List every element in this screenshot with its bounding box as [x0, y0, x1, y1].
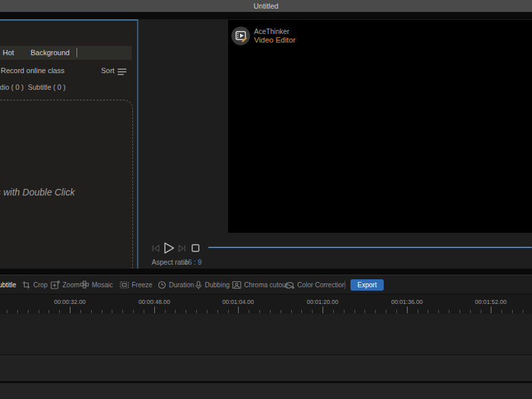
ruler-tick [228, 310, 229, 313]
sort-button[interactable]: Sort [101, 66, 114, 74]
timeline-ruler[interactable]: 00:00:32.00 00:00:48.00 00:01:04.00 00:0… [0, 294, 532, 314]
product-name: Video Editor [254, 36, 295, 44]
ruler-tick [301, 310, 302, 313]
toolbar-item-zoom[interactable]: Zoom [51, 280, 80, 290]
ruler-tick [238, 307, 239, 313]
ruler-tick [165, 310, 166, 313]
toolbar-separator [344, 281, 345, 289]
ruler-label: 00:01:04.00 [222, 299, 254, 305]
ruler-label: 00:00:48.00 [138, 299, 170, 305]
window-title: Untitled [0, 0, 532, 12]
ruler-tick [333, 310, 334, 313]
ruler-tick [175, 310, 176, 313]
color-correction-icon [285, 281, 295, 289]
ruler-tick [7, 310, 7, 313]
ruler-tick [344, 310, 344, 313]
toolbar-item-duration[interactable]: Duration [158, 280, 194, 290]
stop-button[interactable] [191, 243, 200, 253]
ruler-tick [28, 310, 29, 313]
ruler-tick [154, 307, 155, 313]
ruler-tick [59, 310, 60, 313]
previous-frame-button[interactable] [151, 244, 160, 253]
import-hint-text: Import Files with Double Click [0, 187, 74, 198]
mosaic-icon [80, 281, 89, 289]
toolbar-item-dubbing[interactable]: Dubbing [195, 280, 229, 290]
ruler-tick [196, 310, 197, 313]
toolbar-item-subtitle[interactable]: Subtitle [0, 280, 16, 290]
ruler-tick [438, 310, 439, 313]
subtitle-count-tab[interactable]: Subtitle ( 0 ) [28, 83, 66, 91]
ruler-tick [407, 307, 408, 313]
export-button[interactable]: Export [350, 279, 384, 291]
ruler-label: 00:01:36.00 [391, 299, 423, 305]
freeze-icon [120, 281, 129, 289]
ruler-tick [133, 310, 134, 313]
ruler-tick [122, 310, 123, 313]
ruler-tick [207, 310, 207, 313]
ruler-tick [501, 310, 502, 313]
ruler-tick [249, 310, 249, 313]
ruler-tick [112, 310, 112, 313]
zoom-icon [51, 281, 60, 289]
timeline-track-audio[interactable] [0, 355, 532, 381]
ruler-tick [491, 307, 491, 313]
ruler-tick [312, 310, 313, 313]
ruler-tick [102, 310, 102, 313]
ruler-tick [512, 310, 513, 313]
library-tab-row: Hot Background [0, 46, 132, 60]
toolbar-item-crop[interactable]: Crop [22, 280, 48, 290]
play-button[interactable] [163, 241, 176, 255]
ruler-tick [291, 310, 292, 313]
ruler-tick [270, 310, 271, 313]
ruler-tick [70, 307, 70, 313]
ruler-tick [17, 310, 18, 313]
record-online-class-link[interactable]: Record online class [1, 66, 65, 74]
ruler-tick [364, 310, 365, 313]
ruler-tick [323, 307, 323, 313]
ruler-tick [186, 310, 186, 313]
ruler-tick [460, 310, 460, 313]
acethinker-logo-icon [231, 27, 250, 45]
timeline-track-subtitle[interactable] [0, 383, 532, 399]
edit-toolbar: Subtitle Crop Zoom Mosaic Freeze Duratio… [0, 275, 532, 294]
chroma-cutout-icon [232, 281, 241, 289]
ruler-tick [354, 310, 355, 313]
ruler-tick [470, 310, 471, 313]
microphone-icon [195, 281, 202, 290]
ruler-tick [375, 310, 376, 313]
titlebar[interactable]: Untitled [0, 0, 532, 12]
ruler-label: 00:01:52.00 [475, 299, 507, 305]
brand-name: AceThinker [254, 27, 289, 35]
ruler-tick [80, 310, 81, 313]
tab-background[interactable]: Background [31, 49, 70, 57]
tab-separator [76, 48, 77, 57]
ruler-tick [39, 310, 39, 313]
sort-icon[interactable] [117, 68, 127, 76]
ruler-label: 00:01:20.00 [307, 299, 338, 305]
aspect-ratio-value[interactable]: 16 : 9 [184, 258, 201, 266]
media-library-panel: Hot Background Record online class Sort … [0, 19, 138, 269]
aspect-ratio-label: Aspect ratio [152, 258, 188, 266]
titlebar-divider [0, 12, 532, 19]
toolbar-item-chroma-cutout[interactable]: Chroma cutout [232, 280, 288, 290]
seek-slider[interactable] [208, 247, 532, 248]
ruler-label: 00:00:32.00 [54, 299, 86, 305]
ruler-tick [523, 310, 523, 313]
ruler-tick [144, 310, 144, 313]
ruler-tick [396, 310, 397, 313]
ruler-tick [418, 310, 418, 313]
toolbar-item-freeze[interactable]: Freeze [120, 280, 152, 290]
toolbar-divider [0, 269, 532, 275]
audio-count-tab[interactable]: Audio ( 0 ) [0, 83, 23, 91]
video-preview: AceThinker Video Editor [228, 20, 532, 233]
next-frame-button[interactable] [178, 244, 187, 253]
toolbar-item-color-correction[interactable]: Color Correction [285, 280, 346, 290]
tab-hot[interactable]: Hot [3, 49, 14, 57]
ruler-tick [259, 310, 260, 313]
timeline-track-video[interactable] [0, 314, 532, 354]
crop-icon [22, 281, 31, 289]
ruler-tick [449, 310, 450, 313]
ruler-tick [428, 310, 428, 313]
toolbar-item-mosaic[interactable]: Mosaic [80, 280, 113, 290]
ruler-tick [217, 310, 218, 313]
